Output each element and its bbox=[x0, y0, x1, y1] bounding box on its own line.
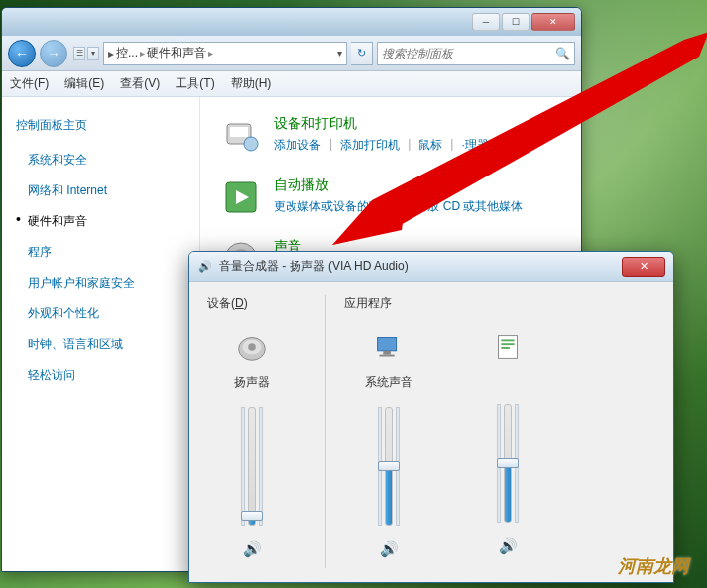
sidebar-item-4[interactable]: 用户帐户和家庭安全 bbox=[16, 275, 185, 292]
back-button[interactable]: ← bbox=[8, 40, 36, 67]
slider-thumb[interactable] bbox=[241, 511, 263, 521]
vm-close-button[interactable]: ✕ bbox=[622, 257, 665, 277]
sidebar-item-3[interactable]: 程序 bbox=[16, 244, 185, 261]
svg-rect-13 bbox=[380, 355, 395, 357]
breadcrumb-separator: ▸ bbox=[208, 48, 213, 59]
sidebar-item-1[interactable]: 网络和 Internet bbox=[16, 182, 185, 199]
volume-slider[interactable] bbox=[237, 407, 267, 526]
apps-section-title: 应用程序 bbox=[344, 295, 655, 312]
speaker-icon: 🔊 bbox=[197, 259, 213, 275]
sidebar: 控制面板主页 系统和安全网络和 Internet硬件和声音程序用户帐户和家庭安全… bbox=[2, 97, 200, 571]
mute-button[interactable]: 🔊 bbox=[379, 539, 399, 559]
sidebar-item-6[interactable]: 时钟、语言和区域 bbox=[16, 336, 185, 353]
menu-help[interactable]: 帮助(H) bbox=[231, 75, 272, 92]
sidebar-item-2[interactable]: 硬件和声音 bbox=[16, 213, 185, 230]
breadcrumb-dropdown-icon[interactable]: ▾ bbox=[337, 48, 342, 59]
category-link[interactable]: ·理器 bbox=[461, 137, 488, 154]
device-section-title: 设备(D) bbox=[207, 295, 315, 312]
system-icon[interactable] bbox=[368, 326, 410, 368]
menu-file[interactable]: 文件(F) bbox=[10, 75, 49, 92]
menu-bar: 文件(F) 编辑(E) 查看(V) 工具(T) 帮助(H) bbox=[2, 71, 581, 97]
nav-history-dropdown[interactable]: ☰▾ bbox=[73, 47, 99, 60]
breadcrumb-separator: ▸ bbox=[140, 48, 145, 59]
svg-point-2 bbox=[244, 137, 258, 151]
search-field[interactable]: 🔍 bbox=[377, 42, 575, 65]
svg-rect-1 bbox=[230, 127, 248, 137]
vm-titlebar[interactable]: 🔊 音量合成器 - 扬声器 (VIA HD Audio) ✕ bbox=[189, 252, 673, 282]
category-link[interactable]: 添加打印机 bbox=[340, 137, 400, 154]
category-0: 设备和打印机添加设备|添加打印机|鼠标|·理器 bbox=[220, 115, 561, 157]
vm-body: 设备(D) 扬声器🔊 应用程序 系统声音🔊 🔊 bbox=[189, 282, 673, 582]
breadcrumb-arrow-icon: ▸ bbox=[108, 47, 114, 60]
mute-button[interactable]: 🔊 bbox=[242, 539, 262, 559]
refresh-button[interactable]: ↻ bbox=[351, 42, 373, 65]
category-title[interactable]: 设备和打印机 bbox=[274, 115, 561, 133]
app-icon[interactable] bbox=[487, 326, 529, 368]
volume-channel: 系统声音🔊 bbox=[344, 326, 433, 559]
speaker-icon[interactable] bbox=[231, 326, 273, 368]
minimize-button[interactable]: ─ bbox=[472, 13, 500, 31]
search-icon: 🔍 bbox=[555, 47, 570, 60]
channel-name bbox=[506, 374, 509, 388]
close-button[interactable]: ✕ bbox=[531, 13, 575, 31]
volume-channel: 🔊 bbox=[463, 326, 552, 559]
menu-view[interactable]: 查看(V) bbox=[120, 75, 160, 92]
apps-section: 应用程序 系统声音🔊 🔊 bbox=[326, 295, 655, 568]
svg-rect-12 bbox=[383, 351, 391, 355]
breadcrumb-current[interactable]: 硬件和声音 bbox=[147, 45, 206, 61]
forward-button[interactable]: → bbox=[40, 40, 67, 67]
category-link[interactable]: 鼠标 bbox=[418, 137, 442, 154]
category-title[interactable]: 自动播放 bbox=[274, 176, 561, 194]
sidebar-item-7[interactable]: 轻松访问 bbox=[16, 367, 185, 384]
volume-slider[interactable] bbox=[374, 407, 404, 526]
search-input[interactable] bbox=[382, 47, 570, 60]
category-link[interactable]: 添加设备 bbox=[274, 137, 321, 154]
breadcrumb[interactable]: ▸ 控... ▸ 硬件和声音 ▸ ▾ bbox=[103, 42, 347, 65]
category-icon bbox=[220, 176, 262, 218]
slider-thumb[interactable] bbox=[378, 461, 400, 471]
cp-titlebar[interactable]: ─ ☐ ✕ bbox=[2, 8, 581, 36]
category-link[interactable]: 更改媒体或设备的" bbox=[274, 198, 373, 215]
svg-point-10 bbox=[248, 343, 256, 351]
category-link[interactable]: 自动播放 CD 或其他媒体 bbox=[392, 198, 523, 215]
slider-thumb[interactable] bbox=[497, 458, 519, 468]
menu-edit[interactable]: 编辑(E) bbox=[64, 75, 104, 92]
volume-channel: 扬声器🔊 bbox=[207, 326, 296, 559]
category-icon bbox=[220, 115, 262, 157]
volume-mixer-window: 🔊 音量合成器 - 扬声器 (VIA HD Audio) ✕ 设备(D) 扬声器… bbox=[188, 251, 674, 583]
svg-rect-11 bbox=[378, 338, 397, 351]
channel-name: 扬声器 bbox=[234, 374, 270, 391]
mute-button[interactable]: 🔊 bbox=[498, 536, 518, 556]
breadcrumb-root[interactable]: 控... bbox=[116, 45, 138, 61]
volume-slider[interactable] bbox=[493, 404, 523, 523]
channel-name: 系统声音 bbox=[365, 374, 412, 391]
sidebar-item-0[interactable]: 系统和安全 bbox=[16, 152, 185, 169]
sidebar-home[interactable]: 控制面板主页 bbox=[16, 117, 185, 134]
menu-tools[interactable]: 工具(T) bbox=[176, 75, 214, 92]
sidebar-item-5[interactable]: 外观和个性化 bbox=[16, 305, 185, 322]
address-bar: ← → ☰▾ ▸ 控... ▸ 硬件和声音 ▸ ▾ ↻ 🔍 bbox=[2, 36, 581, 71]
device-section: 设备(D) 扬声器🔊 bbox=[207, 295, 326, 568]
category-1: 自动播放更改媒体或设备的"|自动播放 CD 或其他媒体 bbox=[220, 176, 561, 218]
maximize-button[interactable]: ☐ bbox=[502, 13, 530, 31]
vm-title: 音量合成器 - 扬声器 (VIA HD Audio) bbox=[219, 258, 622, 275]
